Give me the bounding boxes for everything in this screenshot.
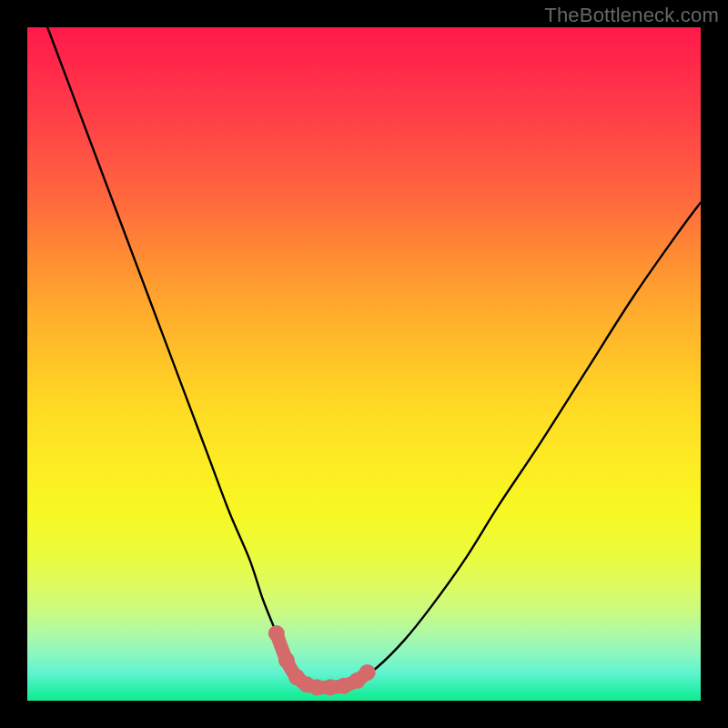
flat-bottom-marker <box>268 625 285 642</box>
watermark-text: TheBottleneck.com <box>544 4 719 27</box>
flat-bottom-marker <box>359 664 376 681</box>
plot-area <box>27 27 701 701</box>
chart-frame: TheBottleneck.com <box>0 0 728 728</box>
flat-bottom-marker <box>278 652 295 669</box>
flat-bottom-markers <box>268 625 376 695</box>
bottleneck-curve <box>47 27 701 687</box>
chart-svg <box>27 27 701 701</box>
